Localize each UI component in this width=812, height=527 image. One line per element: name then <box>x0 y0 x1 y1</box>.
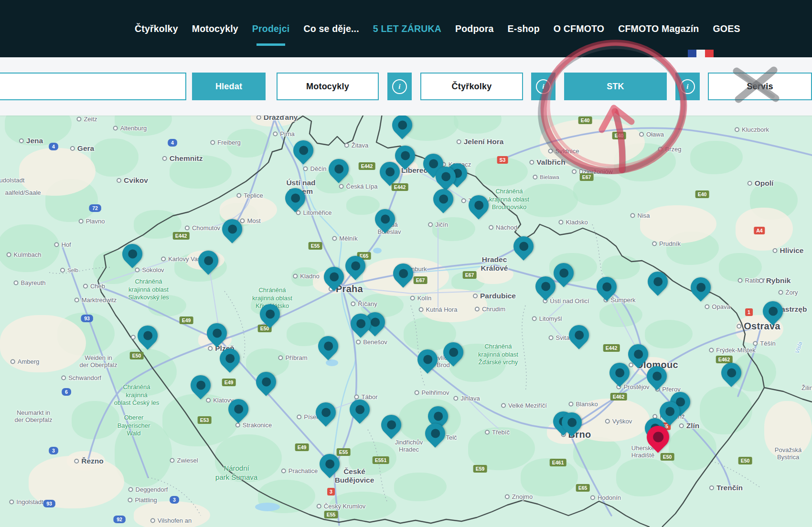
road-badge: E462 <box>610 393 627 401</box>
city-label: Chrudim <box>475 306 505 313</box>
dealer-pin[interactable] <box>643 267 672 295</box>
city-dot-icon <box>658 147 663 151</box>
nav-item-ty-kolky[interactable]: Čtyřkolky <box>135 23 178 34</box>
city-name: Litoměřice <box>303 209 332 216</box>
city-label: Kluczbork <box>735 126 769 133</box>
city-name: Jelení Hora <box>464 137 504 146</box>
road-badge: E442 <box>173 232 190 240</box>
nav-item-5-let-z-ruka[interactable]: 5 LET ZÁRUKA <box>373 23 441 34</box>
city-dot-icon <box>759 278 764 283</box>
dealer-pin[interactable] <box>289 136 317 164</box>
road-badge: E40 <box>578 116 592 124</box>
nav-item-co-se-d-je[interactable]: Co se děje... <box>303 23 359 34</box>
city-dot-icon <box>529 160 534 165</box>
nav-item-o-cfmoto[interactable]: O CFMOTO <box>554 23 604 34</box>
city-name: Ingolstadt <box>16 498 43 506</box>
city-dot-icon <box>475 306 480 311</box>
city-dot-icon <box>61 375 66 380</box>
road-badge: 93 <box>81 315 93 322</box>
city-name: Kolín <box>417 295 432 302</box>
city-dot-icon <box>131 335 136 339</box>
hledat-button[interactable]: Hledat <box>192 73 266 100</box>
nav-item-motocykly[interactable]: Motocykly <box>192 23 238 34</box>
dealer-pin[interactable] <box>509 232 537 260</box>
nav-item-cfmoto-magaz-n[interactable]: CFMOTO Magazín <box>618 23 699 34</box>
road-badge: E442 <box>359 162 375 170</box>
city-dot-icon <box>419 307 424 312</box>
city-dot-icon <box>70 146 75 151</box>
city-name: Schwandorf <box>68 374 101 381</box>
city-name: Česká Lípa <box>346 183 378 190</box>
city-name: Plattling <box>135 496 157 504</box>
city-name: Hodonín <box>598 494 621 501</box>
terrain-patch <box>700 387 752 434</box>
road-badge: A4 <box>754 227 765 234</box>
city-dot-icon <box>7 252 11 257</box>
city-dot-icon <box>568 401 573 406</box>
city-label: Jihlava <box>453 395 480 402</box>
city-name: Vyškov <box>612 418 632 425</box>
language-flag-icon[interactable] <box>688 50 714 57</box>
dealer-pin[interactable] <box>686 273 715 301</box>
terrain-patch <box>645 320 693 348</box>
-ty-kolky-button[interactable]: Čtyřkolky <box>420 73 523 100</box>
nav-item-goes[interactable]: GOES <box>713 23 740 34</box>
city-name: aalfeld/Saale <box>5 189 41 196</box>
dealer-pin[interactable] <box>464 191 492 219</box>
servis-button[interactable]: Servis <box>708 73 812 100</box>
city-name: Litomyšl <box>539 315 562 322</box>
info-icon: i <box>392 79 407 94</box>
road-badge: 3 <box>327 488 335 495</box>
city-dot-icon <box>235 422 240 427</box>
dealer-pin[interactable] <box>311 398 340 426</box>
city-label: Znojmo <box>505 493 533 500</box>
city-dot-icon <box>501 403 506 408</box>
city-name: Mělník <box>339 235 357 242</box>
search-input[interactable] <box>0 73 186 100</box>
road-badge: E67 <box>463 271 477 279</box>
city-label: Náchod <box>489 224 517 231</box>
city-name: Selb <box>67 267 78 273</box>
city-name: Valbřich <box>536 158 565 167</box>
city-label: Visla <box>794 341 803 354</box>
city-label: Pirna <box>273 130 294 137</box>
city-dot-icon <box>135 267 139 272</box>
city-dot-icon <box>410 295 415 300</box>
dealer-pin[interactable] <box>133 321 161 349</box>
info-button[interactable]: i <box>531 73 556 100</box>
dealer-map[interactable]: JenaGeraZeitzAltenburgChemnitzFreibergCv… <box>0 116 812 527</box>
city-name: Oława <box>646 131 664 138</box>
info-button[interactable]: i <box>675 73 700 100</box>
city-name: Řezno <box>81 457 104 465</box>
city-dot-icon <box>210 140 215 145</box>
stk-button[interactable]: STK <box>564 73 667 100</box>
road-badge: 4 <box>168 139 177 147</box>
road-badge: E65 <box>576 484 590 492</box>
road-badge: 3 <box>170 496 179 504</box>
city-label: Velké Meziříčí <box>501 402 547 409</box>
dealer-pin[interactable] <box>429 185 457 213</box>
nav-item-e-shop[interactable]: E-shop <box>508 23 540 34</box>
nav-item-prodejci[interactable]: Prodejci <box>252 23 290 34</box>
dealer-pin[interactable] <box>565 321 593 349</box>
nav-item-podpora[interactable]: Podpora <box>455 23 494 34</box>
city-label: Karlovy Vary <box>161 255 203 263</box>
city-dot-icon <box>473 294 478 298</box>
city-name: Gera <box>77 144 94 153</box>
info-button[interactable]: i <box>387 73 412 100</box>
city-label: Deggendorf <box>128 486 168 493</box>
city-name: Jičín <box>435 221 448 228</box>
city-name: Deggendorf <box>136 486 168 493</box>
city-name: Sokolov <box>142 266 164 274</box>
road-badge: E67 <box>580 173 594 181</box>
motocykly-button[interactable]: Motocykly <box>277 73 379 100</box>
road-badge: E50 <box>661 453 674 461</box>
city-name: Bielawa <box>540 174 559 180</box>
city-label: Strakonice <box>235 422 272 429</box>
city-label: Řezno <box>74 457 104 465</box>
city-dot-icon <box>113 126 118 130</box>
city-dot-icon <box>9 499 14 504</box>
city-name: Jindřichův Hradec <box>395 439 423 453</box>
terrain-patch <box>573 437 621 470</box>
terrain-patch <box>599 303 642 327</box>
